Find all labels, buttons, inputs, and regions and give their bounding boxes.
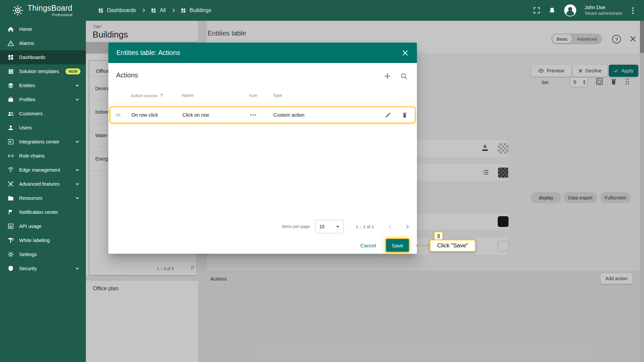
dashboards-icon [7, 54, 14, 61]
sidebar-item-label: Alarms [19, 41, 34, 46]
sidebar-item-settings[interactable]: Settings [0, 247, 86, 261]
sidebar-item-integrations-center[interactable]: Integrations center [0, 135, 86, 149]
sidebar-item-solution-templates[interactable]: Solution templates NEW [0, 64, 86, 78]
sidebar-item-label: API usage [19, 224, 42, 229]
table-header-divider [110, 103, 416, 103]
sidebar-item-advanced-features[interactable]: Advanced features [0, 177, 86, 191]
next-page-icon[interactable] [405, 225, 409, 229]
breadcrumb: Dashboards All Buildings [98, 7, 211, 13]
rule-chains-icon [7, 153, 14, 159]
user-role: Tenant administrator [585, 11, 623, 16]
logo-subtitle: Professional [28, 13, 72, 17]
customers-icon [7, 110, 14, 117]
sidebar-item-label: Entities [19, 83, 35, 88]
breadcrumb-all[interactable]: All [151, 7, 166, 13]
sidebar-item-profiles[interactable]: Profiles [0, 93, 86, 107]
column-header-name[interactable]: Name [182, 93, 194, 98]
white-labeling-icon [7, 237, 14, 244]
previous-page-icon[interactable] [389, 225, 393, 229]
sidebar-item-dashboards[interactable]: Dashboards [0, 50, 86, 64]
sidebar-item-label: Integrations center [19, 139, 59, 144]
sidebar-item-label: Security [19, 266, 37, 271]
sidebar-item-label: Home [19, 26, 32, 32]
chevron-down-icon [336, 226, 339, 228]
items-per-page-label: Items per page: [282, 224, 311, 229]
kebab-menu-icon[interactable] [631, 6, 635, 15]
sidebar-item-entities[interactable]: Entities [0, 78, 86, 93]
header-actions: John Doe Tenant administrator [533, 4, 644, 17]
dashboard-icon [98, 8, 104, 13]
home-icon [7, 26, 14, 33]
user-info: John Doe Tenant administrator [585, 4, 623, 16]
cell-action-source: On row click [131, 112, 158, 118]
user-name: John Doe [585, 4, 623, 11]
notifications-bell-icon[interactable] [548, 7, 556, 14]
sidebar-item-label: Users [19, 125, 32, 130]
dialog-actions: Cancel Save [360, 239, 409, 252]
breadcrumb-dashboards[interactable]: Dashboards [98, 7, 136, 13]
column-header-type[interactable]: Type [273, 93, 282, 98]
action-table-row[interactable]: On row click Click on row Custom action [110, 107, 416, 123]
sidebar-item-label: Notification center [19, 209, 58, 215]
app-header: ThingsBoard Professional Dashboards All … [0, 0, 644, 21]
edit-pencil-icon[interactable] [385, 112, 391, 118]
column-header-icon[interactable]: Icon [249, 93, 258, 98]
sidebar-item-label: Advanced features [19, 181, 60, 187]
save-button[interactable]: Save [386, 239, 409, 252]
chevron-down-icon [76, 266, 79, 269]
chevron-down-icon [76, 97, 79, 101]
brand-logo[interactable]: ThingsBoard Professional [0, 4, 86, 17]
sidebar-item-alarms[interactable]: Alarms [0, 36, 86, 50]
search-icon[interactable] [400, 72, 408, 81]
items-per-page-value: 10 [319, 224, 325, 229]
close-icon[interactable] [401, 49, 409, 57]
chevron-down-icon [76, 139, 79, 143]
avatar[interactable] [564, 4, 577, 17]
sidebar-item-label: Resources [19, 195, 42, 201]
sidebar-item-label: White labeling [19, 238, 50, 243]
sort-asc-icon [159, 93, 164, 99]
sidebar-item-rule-chains[interactable]: Rule chains [0, 149, 86, 163]
sidebar-item-label: Edge management [19, 167, 60, 173]
breadcrumb-label: Buildings [190, 7, 211, 13]
sidebar-item-home[interactable]: Home [0, 22, 86, 36]
edge-management-icon [7, 167, 14, 173]
cell-name: Click on row [182, 112, 209, 118]
dialog-header: Entities table: Actions [108, 43, 417, 63]
sidebar-item-notification-center[interactable]: Notification center [0, 205, 86, 219]
thingsboard-logo-icon [11, 4, 24, 17]
column-header-action-source[interactable]: Action source [131, 93, 164, 99]
drag-handle-icon[interactable] [115, 112, 121, 118]
sidebar: Home Alarms Dashboards Solution template… [0, 21, 86, 362]
sidebar-item-white-labeling[interactable]: White labeling [0, 233, 86, 247]
breadcrumb-separator-icon [171, 8, 175, 12]
actions-dialog: Entities table: Actions Actions Action s… [108, 43, 417, 254]
breadcrumb-buildings[interactable]: Buildings [180, 7, 211, 13]
security-icon [7, 265, 14, 272]
sidebar-item-users[interactable]: Users [0, 121, 86, 135]
fullscreen-icon[interactable] [533, 7, 540, 14]
users-icon [7, 124, 14, 131]
chevron-down-icon [76, 196, 79, 199]
logo-title: ThingsBoard [28, 4, 72, 12]
sidebar-item-api-usage[interactable]: API usage [0, 219, 86, 233]
more-horiz-icon [249, 111, 257, 119]
sidebar-item-security[interactable]: Security [0, 261, 86, 276]
sidebar-item-customers[interactable]: Customers [0, 107, 86, 121]
resources-icon [7, 195, 14, 201]
delete-trash-icon[interactable] [401, 112, 408, 118]
page-range-label: 1 – 1 of 1 [356, 224, 374, 229]
breadcrumb-separator-icon [142, 8, 145, 12]
annotation-callout: Click "Save" [430, 240, 476, 252]
cancel-button[interactable]: Cancel [360, 243, 376, 248]
sidebar-item-resources[interactable]: Resources [0, 191, 86, 205]
settings-icon [7, 251, 14, 258]
breadcrumb-label: All [160, 7, 166, 13]
dashboard-icon [180, 8, 186, 13]
chevron-down-icon [76, 168, 79, 171]
dashboard-icon [151, 8, 156, 13]
items-per-page-select[interactable]: 10 [315, 220, 344, 233]
sidebar-item-label: Solution templates [19, 69, 59, 74]
add-action-icon[interactable] [383, 72, 391, 81]
sidebar-item-edge-management[interactable]: Edge management [0, 163, 86, 177]
